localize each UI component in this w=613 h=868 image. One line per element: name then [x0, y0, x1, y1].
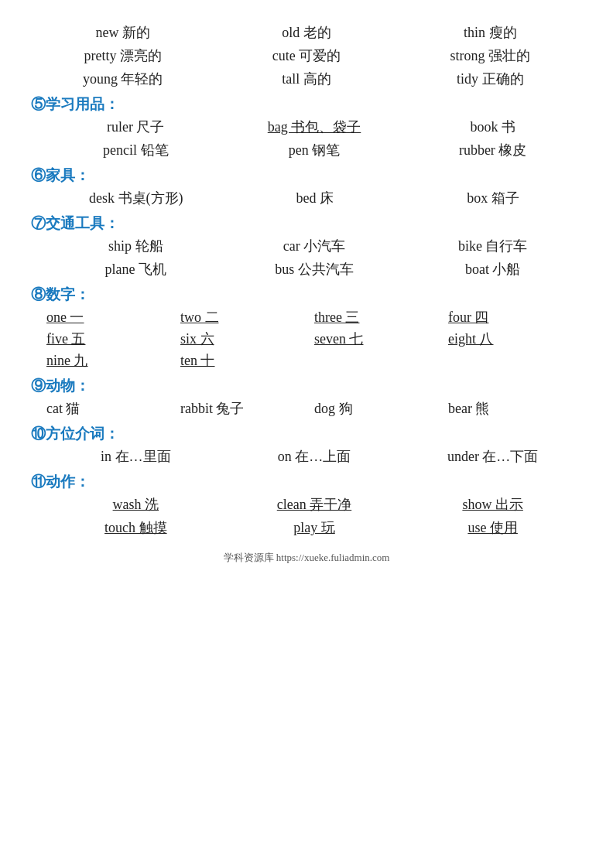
numbers-row2: five 五 six 六 seven 七 eight 八 [31, 330, 582, 348]
num-six: six 六 [180, 330, 314, 348]
action-play: play 玩 [268, 518, 361, 537]
transport-bus: bus 公共汽车 [268, 260, 361, 279]
section6-header: ⑥家具： [31, 166, 582, 186]
school-pencil: pencil 铅笔 [89, 141, 182, 159]
adj-young: young 年轻的 [77, 70, 170, 88]
adj-old: old 老的 [260, 23, 353, 42]
action-touch: touch 触摸 [89, 518, 182, 537]
prep-on: on 在…上面 [268, 447, 361, 466]
adj-strong: strong 强壮的 [443, 46, 536, 65]
adj-thin: thin 瘦的 [443, 23, 536, 42]
animal-dog: dog 狗 [314, 399, 448, 418]
section11-header: ⑪动作： [31, 472, 582, 492]
section10-header: ⑩方位介词： [31, 424, 582, 444]
animal-bear: bear 熊 [448, 399, 582, 418]
adj-tidy: tidy 正确的 [443, 70, 536, 88]
animal-cat: cat 猫 [46, 399, 180, 418]
num-five: five 五 [46, 330, 180, 348]
section5-header: ⑤学习用品： [31, 94, 582, 114]
prepositions-row1: in 在…里面 on 在…上面 under 在…下面 [31, 447, 582, 466]
adj-pretty: pretty 漂亮的 [77, 46, 170, 65]
school-pen: pen 钢笔 [268, 141, 361, 159]
adjectives-row3: young 年轻的 tall 高的 tidy 正确的 [31, 70, 582, 88]
prep-under: under 在…下面 [447, 447, 539, 466]
footer: 学科资源库 https://xueke.fuliadmin.com [31, 551, 582, 565]
school-row2: pencil 铅笔 pen 钢笔 rubber 橡皮 [31, 141, 582, 159]
num-seven: seven 七 [314, 330, 448, 348]
transport-plane: plane 飞机 [89, 260, 182, 279]
action-wash: wash 洗 [89, 495, 182, 514]
school-rubber: rubber 橡皮 [447, 141, 539, 159]
furniture-desk: desk 书桌(方形) [89, 189, 183, 207]
furniture-row1: desk 书桌(方形) bed 床 box 箱子 [31, 189, 582, 207]
adjectives-row2: pretty 漂亮的 cute 可爱的 strong 强壮的 [31, 46, 582, 65]
action-clean: clean 弄干净 [268, 495, 361, 514]
prep-in: in 在…里面 [89, 447, 182, 466]
school-ruler: ruler 尺子 [89, 118, 182, 136]
transport-ship: ship 轮船 [89, 237, 182, 255]
section9-header: ⑨动物： [31, 376, 582, 396]
section8-header: ⑧数字： [31, 285, 582, 305]
numbers-row1: one 一 two 二 three 三 four 四 [31, 308, 582, 326]
transport-car: car 小汽车 [268, 237, 361, 255]
school-bag: bag 书包、袋子 [268, 118, 361, 136]
adj-cute: cute 可爱的 [260, 46, 353, 65]
num-one: one 一 [46, 308, 180, 326]
action-use: use 使用 [447, 518, 539, 537]
furniture-bed: bed 床 [269, 189, 361, 207]
num-four: four 四 [448, 308, 582, 326]
transport-row1: ship 轮船 car 小汽车 bike 自行车 [31, 237, 582, 255]
adj-new: new 新的 [77, 23, 170, 42]
num-eight: eight 八 [448, 330, 582, 348]
transport-bike: bike 自行车 [447, 237, 539, 255]
num-two: two 二 [180, 308, 314, 326]
transport-row2: plane 飞机 bus 公共汽车 boat 小船 [31, 260, 582, 279]
animals-row1: cat 猫 rabbit 兔子 dog 狗 bear 熊 [31, 399, 582, 418]
num-three: three 三 [314, 308, 448, 326]
school-row1: ruler 尺子 bag 书包、袋子 book 书 [31, 118, 582, 136]
adjectives-row1: new 新的 old 老的 thin 瘦的 [31, 23, 582, 42]
furniture-box: box 箱子 [447, 189, 539, 207]
school-book: book 书 [447, 118, 539, 136]
num-ten: ten 十 [180, 351, 314, 370]
section7-header: ⑦交通工具： [31, 214, 582, 234]
adj-tall: tall 高的 [260, 70, 353, 88]
actions-row2: touch 触摸 play 玩 use 使用 [31, 518, 582, 537]
transport-boat: boat 小船 [447, 260, 539, 279]
actions-row1: wash 洗 clean 弄干净 show 出示 [31, 495, 582, 514]
action-show: show 出示 [447, 495, 539, 514]
animal-rabbit: rabbit 兔子 [180, 399, 314, 418]
num-nine: nine 九 [46, 351, 180, 370]
numbers-row3: nine 九 ten 十 [31, 351, 582, 370]
